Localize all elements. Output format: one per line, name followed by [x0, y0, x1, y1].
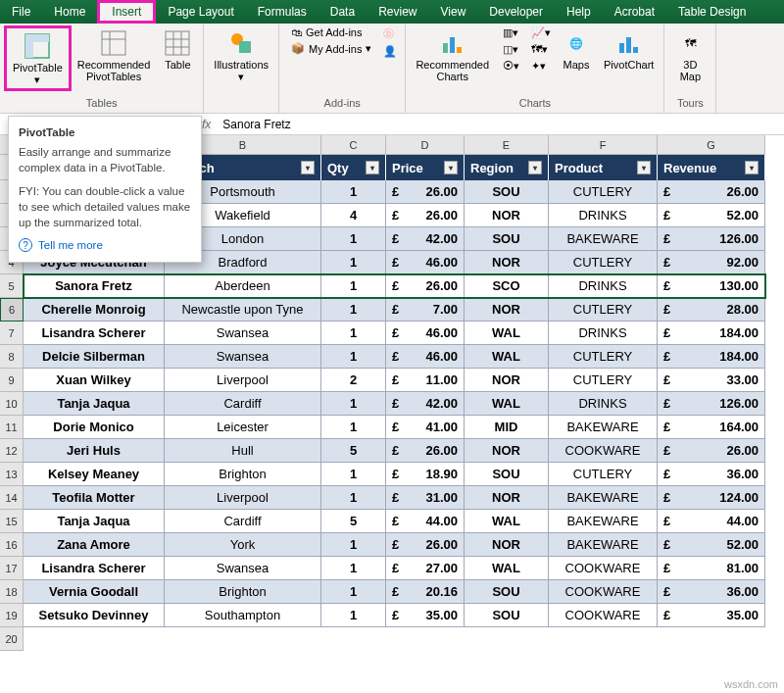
row-header[interactable]: 8 — [0, 345, 24, 369]
cell[interactable]: York — [165, 533, 321, 557]
cell[interactable]: £46.00 — [386, 251, 465, 274]
table-row[interactable]: Kelsey MeaneyBrighton1£18.90SOUCUTLERY£3… — [24, 463, 765, 486]
cell[interactable]: 4 — [321, 204, 386, 227]
tab-data[interactable]: Data — [318, 0, 367, 24]
column-chart-button[interactable]: ▥▾ — [499, 25, 523, 40]
cell[interactable]: £20.16 — [386, 580, 465, 604]
table-row[interactable]: Delcie SilbermanSwansea1£46.00WALCUTLERY… — [24, 345, 765, 369]
cell[interactable]: Zana Amore — [24, 533, 165, 557]
cell[interactable]: CUTLERY — [549, 180, 658, 204]
cell[interactable]: Newcastle upon Tyne — [165, 298, 321, 322]
cell[interactable]: £26.00 — [386, 274, 465, 298]
cell[interactable]: SOU — [465, 227, 549, 251]
filter-button[interactable]: ▾ — [301, 161, 315, 174]
table-row[interactable]: Cherelle MonroigNewcastle upon Tyne1£7.0… — [24, 298, 765, 322]
cell[interactable]: NOR — [465, 369, 549, 392]
filter-button[interactable]: ▾ — [366, 161, 379, 174]
cell[interactable]: Vernia Goodall — [24, 580, 165, 604]
tab-file[interactable]: File — [0, 0, 42, 24]
table-row[interactable]: Lisandra SchererSwansea1£46.00WALDRINKS£… — [24, 322, 765, 345]
cell[interactable]: £26.00 — [386, 439, 465, 463]
cell[interactable]: £7.00 — [386, 298, 465, 322]
row-header[interactable]: 14 — [0, 486, 24, 510]
cell[interactable]: COOKWARE — [549, 557, 658, 580]
cell[interactable]: Sanora Fretz — [24, 274, 165, 298]
cell[interactable]: Xuan Wilkey — [24, 369, 165, 392]
tab-view[interactable]: View — [429, 0, 478, 24]
recommended-charts-button[interactable]: Recommended Charts — [410, 25, 495, 84]
row-header[interactable]: 12 — [0, 439, 24, 463]
table-row[interactable]: Zana AmoreYork1£26.00NORBAKEWARE£52.00 — [24, 533, 765, 557]
cell[interactable]: Kelsey Meaney — [24, 463, 165, 486]
cell[interactable]: 1 — [321, 392, 386, 416]
cell[interactable]: SCO — [465, 274, 549, 298]
filter-button[interactable]: ▾ — [637, 161, 651, 174]
col-header[interactable]: D — [386, 135, 465, 155]
formula-input[interactable] — [217, 116, 784, 133]
cell[interactable]: Delcie Silberman — [24, 345, 165, 369]
recommended-pivot-button[interactable]: Recommended PivotTables — [72, 25, 157, 84]
cell[interactable]: WAL — [465, 345, 549, 369]
cell[interactable]: £31.00 — [386, 486, 465, 510]
cell[interactable]: 1 — [321, 557, 386, 580]
cell[interactable]: CUTLERY — [549, 345, 658, 369]
bing-maps-button[interactable]: ⓑ — [379, 25, 401, 42]
table-row[interactable]: Vernia GoodallBrighton1£20.16SOUCOOKWARE… — [24, 580, 765, 604]
cell[interactable]: £92.00 — [658, 251, 765, 274]
cell[interactable]: Liverpool — [165, 486, 321, 510]
cell[interactable]: £26.00 — [386, 533, 465, 557]
cell[interactable]: DRINKS — [549, 204, 658, 227]
cell[interactable]: Leicester — [165, 416, 321, 439]
tab-review[interactable]: Review — [367, 0, 428, 24]
cell[interactable]: NOR — [465, 486, 549, 510]
cell[interactable]: Southampton — [165, 604, 321, 627]
map-chart-button[interactable]: 🗺▾ — [527, 42, 555, 57]
cell[interactable]: £184.00 — [658, 345, 765, 369]
cell[interactable]: £26.00 — [658, 180, 765, 204]
tab-formulas[interactable]: Formulas — [246, 0, 318, 24]
cell[interactable]: £36.00 — [658, 463, 765, 486]
row-header[interactable]: 16 — [0, 533, 24, 557]
cell[interactable]: 1 — [321, 345, 386, 369]
row-header[interactable]: 5 — [0, 274, 24, 298]
cell[interactable]: 1 — [321, 580, 386, 604]
table-row[interactable]: Lisandra SchererSwansea1£27.00WALCOOKWAR… — [24, 557, 765, 580]
cell[interactable]: CUTLERY — [549, 463, 658, 486]
cell[interactable]: COOKWARE — [549, 580, 658, 604]
tab-insert[interactable]: Insert — [97, 0, 156, 24]
cell[interactable]: WAL — [465, 392, 549, 416]
cell[interactable]: NOR — [465, 204, 549, 227]
cell[interactable]: 1 — [321, 463, 386, 486]
cell[interactable]: £35.00 — [386, 604, 465, 627]
cell[interactable]: BAKEWARE — [549, 227, 658, 251]
my-addins-button[interactable]: 📦My Add-ins ▾ — [287, 41, 375, 56]
table-row[interactable]: Setsuko DevinneySouthampton1£35.00SOUCOO… — [24, 604, 765, 627]
cell[interactable]: Swansea — [165, 322, 321, 345]
filter-button[interactable]: ▾ — [745, 161, 759, 174]
scatter-chart-button[interactable]: ⦿▾ — [499, 59, 523, 74]
tab-acrobat[interactable]: Acrobat — [603, 0, 666, 24]
cell[interactable]: Swansea — [165, 345, 321, 369]
cell[interactable]: COOKWARE — [549, 604, 658, 627]
cell[interactable]: Cardiff — [165, 510, 321, 533]
cell[interactable]: 1 — [321, 274, 386, 298]
col-header[interactable]: C — [321, 135, 386, 155]
cell[interactable]: £81.00 — [658, 557, 765, 580]
cell[interactable]: 5 — [321, 439, 386, 463]
col-header[interactable]: F — [549, 135, 658, 155]
cell[interactable]: 1 — [321, 533, 386, 557]
cell[interactable]: £35.00 — [658, 604, 765, 627]
cell[interactable]: WAL — [465, 510, 549, 533]
cell[interactable]: DRINKS — [549, 322, 658, 345]
cell[interactable]: Tanja Jaqua — [24, 510, 165, 533]
cell[interactable]: WAL — [465, 557, 549, 580]
row-header[interactable]: 15 — [0, 510, 24, 533]
cell[interactable]: £124.00 — [658, 486, 765, 510]
cell[interactable]: BAKEWARE — [549, 510, 658, 533]
cell[interactable]: 1 — [321, 227, 386, 251]
cell[interactable]: £41.00 — [386, 416, 465, 439]
cell[interactable]: £18.90 — [386, 463, 465, 486]
cell[interactable]: Teofila Motter — [24, 486, 165, 510]
tab-help[interactable]: Help — [555, 0, 603, 24]
cell[interactable]: 2 — [321, 369, 386, 392]
